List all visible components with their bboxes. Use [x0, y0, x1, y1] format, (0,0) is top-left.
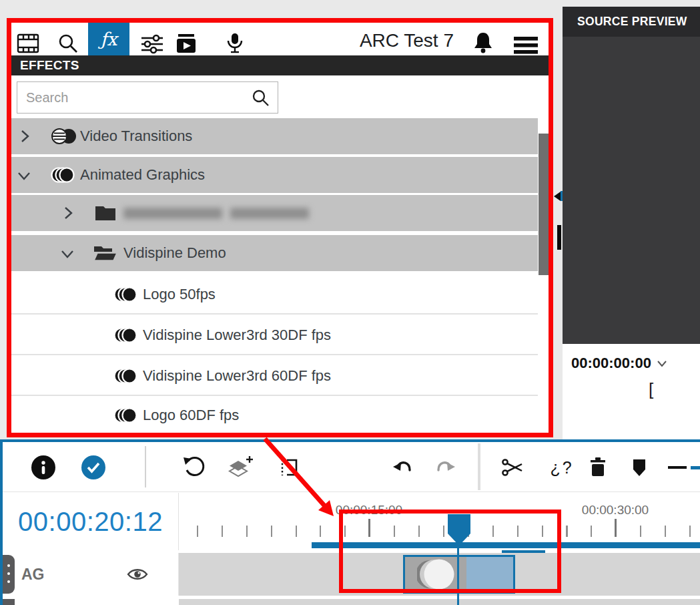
clip-selected-region[interactable] [466, 557, 513, 592]
tree-item-label: Vidispine Lower3rd 30DF fps [143, 316, 331, 354]
tree-item-lower3rd-60df[interactable]: Vidispine Lower3rd 60DF fps [11, 357, 538, 396]
fx-icon: ƒx [100, 29, 117, 49]
timeline-current-timecode[interactable]: 00:00:20:12 [3, 493, 179, 550]
major-tick [615, 519, 617, 537]
timeline-clip-animated-graphic[interactable] [403, 555, 515, 594]
video-transition-icon [50, 127, 78, 146]
track-lane-next[interactable] [179, 599, 700, 605]
source-preview-timecode[interactable]: 00:00:00:00 [571, 355, 651, 372]
tree-item-vidispine-demo[interactable]: Vidispine Demo [11, 235, 538, 271]
search-input[interactable] [17, 89, 252, 106]
folder-icon [94, 204, 117, 222]
animated-graphic-icon [113, 406, 141, 425]
info-button[interactable] [29, 453, 58, 482]
tree-item-logo-60df[interactable]: Logo 60DF fps [11, 397, 538, 433]
unlink-glyph: ¿? [550, 458, 573, 477]
tree-item-label: Logo 60DF fps [143, 397, 239, 433]
notifications-bell-icon[interactable] [468, 28, 498, 57]
search-field-icon[interactable] [252, 89, 270, 107]
redacted-text [123, 195, 309, 231]
redo-button[interactable] [431, 453, 460, 482]
tree-item-label: Video Transitions [80, 118, 192, 154]
toolbar-divider [478, 443, 480, 490]
tree-item-label: Vidispine Demo [123, 235, 226, 271]
zoom-out-button[interactable] [668, 466, 687, 469]
reset-rotate-icon[interactable] [179, 453, 208, 482]
search-icon[interactable] [53, 29, 83, 58]
delete-button[interactable] [583, 453, 613, 482]
major-tick [368, 519, 370, 537]
export-media-icon[interactable] [171, 29, 201, 58]
mark-in-button[interactable]: [ [649, 379, 653, 400]
chevron-down-icon[interactable] [16, 169, 32, 184]
tree-item-label: Vidispine Lower3rd 60DF fps [143, 357, 331, 395]
ruler-label-30s: 00:00:30:00 [582, 503, 649, 518]
source-preview-viewport [563, 7, 700, 344]
project-title: ARC Test 7 [280, 30, 454, 51]
tree-item-lower3rd-30df[interactable]: Vidispine Lower3rd 30DF fps [11, 316, 538, 355]
zoom-slider[interactable] [691, 466, 700, 469]
track-visibility-eye-icon[interactable] [127, 566, 148, 582]
insert-gap-icon[interactable] [274, 453, 304, 482]
app-screen: ƒx ARC Test 7 [0, 0, 700, 605]
animated-graphic-icon [113, 367, 141, 385]
clip-graphic-icon [417, 558, 454, 591]
collapse-panel-arrow-icon[interactable] [554, 192, 561, 201]
toolbar-bottom-border [3, 491, 700, 492]
unlink-button[interactable]: ¿? [547, 453, 577, 482]
effects-scrollbar-thumb[interactable] [539, 134, 551, 275]
playhead-line[interactable] [457, 544, 459, 605]
track-name: AG [21, 553, 45, 596]
animated-graphic-icon [113, 326, 141, 345]
source-preview-title: SOURCE PREVIEW [563, 7, 700, 37]
undo-button[interactable] [388, 453, 417, 482]
effects-search-box [17, 81, 278, 114]
tree-item-logo-50fps[interactable]: Logo 50fps [11, 275, 538, 315]
chevron-right-icon[interactable] [17, 129, 32, 144]
approve-button[interactable] [79, 453, 108, 482]
playhead-marker[interactable] [448, 514, 470, 546]
tree-item-video-transitions[interactable]: Video Transitions [11, 118, 538, 154]
track-drag-handle[interactable] [3, 555, 15, 594]
effects-panel-title: EFFECTS [11, 55, 551, 75]
ruler-label-15s: 00:00:15:00 [336, 503, 402, 518]
tree-item-animated-graphics[interactable]: Animated Graphics [11, 157, 538, 193]
adjustments-icon[interactable] [137, 29, 167, 58]
track-drag-handle-next[interactable] [3, 599, 15, 605]
toolbar-divider [145, 446, 146, 487]
chevron-right-icon[interactable] [61, 206, 75, 220]
timeline-range-bar[interactable] [312, 542, 700, 548]
tree-item-label: Logo 50fps [143, 275, 216, 313]
chevron-down-icon[interactable] [59, 247, 75, 262]
effects-tab-active[interactable]: ƒx [88, 22, 129, 55]
microphone-icon[interactable] [220, 29, 250, 58]
cut-button[interactable] [498, 453, 527, 482]
tree-item-redacted-folder[interactable] [11, 195, 538, 231]
add-marker-button[interactable] [625, 453, 654, 482]
animated-graphics-icon [50, 166, 78, 184]
divider-scrollbar-thumb[interactable] [557, 225, 561, 250]
add-layer-icon[interactable] [226, 453, 255, 482]
timecode-dropdown-chevron-icon[interactable] [657, 360, 667, 367]
tree-item-label: Animated Graphics [80, 157, 205, 193]
folder-open-icon [93, 244, 118, 262]
film-strip-icon[interactable] [13, 29, 43, 58]
animated-graphic-icon [113, 285, 141, 304]
